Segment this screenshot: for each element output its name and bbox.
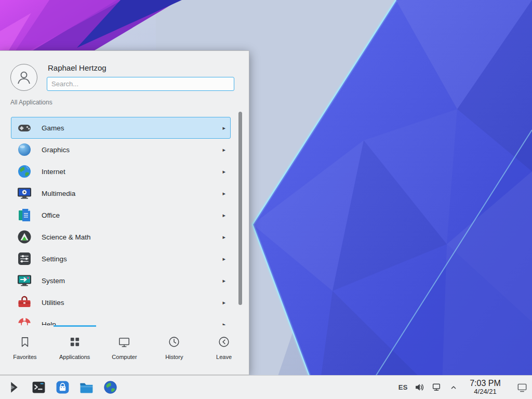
tab-applications[interactable]: Applications — [50, 325, 100, 375]
app-category-label: Multimedia — [42, 190, 222, 197]
app-category-label: Settings — [42, 255, 222, 263]
app-category-multimedia[interactable]: Multimedia ▸ — [11, 182, 231, 204]
tab-label: History — [165, 354, 183, 360]
app-category-label: Utilities — [42, 299, 222, 307]
tab-label: Favorites — [13, 354, 36, 360]
leave-icon — [217, 335, 231, 349]
section-label: All Applications — [0, 95, 249, 109]
app-category-list: Games ▸ Graphics ▸ Internet ▸ — [0, 109, 249, 325]
system-tray: ES 7:03 PM 4/24/21 — [398, 377, 530, 398]
expand-tray-button[interactable] — [448, 382, 459, 393]
favorites-icon — [18, 335, 32, 349]
browser-icon — [103, 380, 118, 395]
file-manager-button[interactable] — [76, 377, 97, 398]
submenu-arrow-icon: ▸ — [222, 256, 225, 262]
launcher-tab-bar: Favorites Applications Computer History — [0, 325, 249, 375]
user-name: Raphael Hertzog — [48, 63, 234, 72]
clock-date: 4/24/21 — [468, 388, 502, 396]
browser-button[interactable] — [100, 377, 121, 398]
app-category-label: System — [42, 277, 222, 285]
kickoff-icon — [7, 380, 22, 395]
computer-icon — [117, 335, 131, 349]
network-button[interactable] — [431, 382, 442, 393]
submenu-arrow-icon: ▸ — [222, 147, 225, 153]
launcher-header: Raphael Hertzog — [0, 51, 249, 95]
submenu-arrow-icon: ▸ — [222, 125, 225, 131]
submenu-arrow-icon: ▸ — [222, 322, 225, 326]
utilities-icon — [16, 294, 33, 311]
submenu-arrow-icon: ▸ — [222, 169, 225, 175]
graphics-icon — [16, 141, 33, 158]
app-category-label: Science & Math — [42, 233, 222, 241]
app-category-science-math[interactable]: Science & Math ▸ — [11, 226, 231, 248]
tab-favorites[interactable]: Favorites — [0, 325, 50, 375]
applications-icon — [68, 335, 82, 349]
search-input[interactable] — [47, 77, 234, 91]
app-category-label: Office — [42, 211, 222, 219]
kickoff-launcher-button[interactable] — [4, 377, 25, 398]
terminal-icon — [31, 380, 46, 395]
discover-button[interactable] — [52, 377, 73, 398]
system-icon — [16, 272, 33, 289]
app-category-internet[interactable]: Internet ▸ — [11, 161, 231, 182]
app-category-label: Games — [42, 124, 222, 132]
keyboard-layout-indicator[interactable]: ES — [398, 383, 408, 391]
app-category-settings[interactable]: Settings ▸ — [11, 248, 231, 270]
volume-icon — [415, 382, 424, 392]
submenu-arrow-icon: ▸ — [222, 191, 225, 196]
discover-icon — [55, 380, 70, 395]
show-desktop-icon — [516, 382, 528, 393]
multimedia-icon — [16, 185, 33, 202]
app-category-label: Graphics — [42, 146, 222, 154]
history-icon — [167, 335, 181, 349]
desktop: Raphael Hertzog All Applications Games ▸… — [0, 0, 532, 399]
scrollbar[interactable] — [238, 112, 242, 305]
help-icon — [16, 316, 33, 325]
show-desktop-button[interactable] — [514, 377, 530, 398]
internet-icon — [16, 163, 33, 180]
app-category-system[interactable]: System ▸ — [11, 270, 231, 291]
terminal-button[interactable] — [28, 377, 49, 398]
app-category-graphics[interactable]: Graphics ▸ — [11, 139, 231, 161]
network-icon — [432, 382, 442, 392]
application-launcher: Raphael Hertzog All Applications Games ▸… — [0, 50, 249, 375]
tab-label: Computer — [112, 354, 137, 360]
tab-history[interactable]: History — [149, 325, 199, 375]
tab-label: Leave — [216, 354, 232, 360]
app-category-label: Internet — [42, 168, 222, 176]
clock-time: 7:03 PM — [468, 379, 502, 388]
taskbar: ES 7:03 PM 4/24/21 — [0, 375, 532, 399]
avatar[interactable] — [10, 64, 37, 91]
tab-computer[interactable]: Computer — [100, 325, 150, 375]
app-category-office[interactable]: Office ▸ — [11, 204, 231, 226]
tab-label: Applications — [59, 354, 90, 360]
volume-button[interactable] — [414, 382, 425, 393]
settings-icon — [16, 250, 33, 267]
app-category-label: Help — [42, 321, 222, 326]
app-category-games[interactable]: Games ▸ — [11, 117, 231, 139]
science-icon — [16, 229, 33, 245]
tab-leave[interactable]: Leave — [199, 325, 249, 375]
submenu-arrow-icon: ▸ — [222, 278, 225, 284]
digital-clock[interactable]: 7:03 PM 4/24/21 — [468, 379, 502, 395]
user-icon — [15, 69, 33, 86]
header-right: Raphael Hertzog — [47, 58, 241, 91]
submenu-arrow-icon: ▸ — [222, 300, 225, 305]
submenu-arrow-icon: ▸ — [222, 234, 225, 240]
app-category-help[interactable]: Help ▸ — [11, 313, 231, 325]
file-manager-icon — [79, 380, 94, 395]
expand-arrow-icon — [450, 384, 457, 391]
submenu-arrow-icon: ▸ — [222, 212, 225, 218]
app-category-utilities[interactable]: Utilities ▸ — [11, 291, 231, 313]
office-icon — [16, 207, 33, 223]
games-icon — [16, 119, 33, 136]
